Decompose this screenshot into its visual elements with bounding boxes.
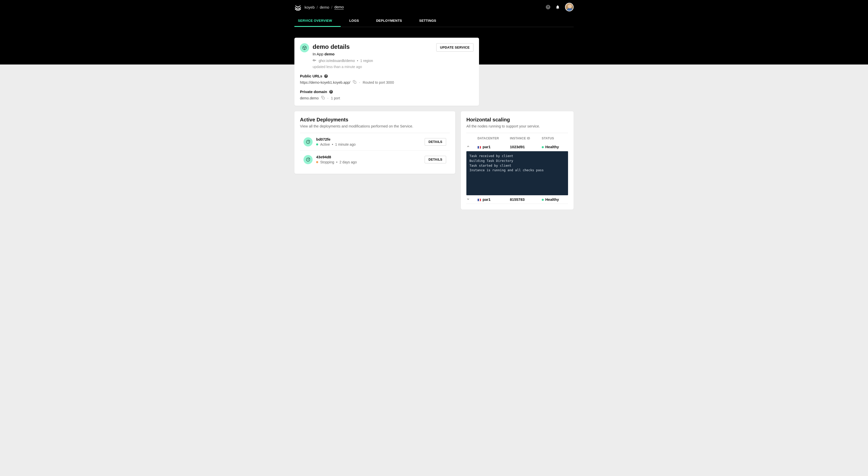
logo-icon[interactable] xyxy=(294,4,302,11)
svg-rect-3 xyxy=(313,59,314,60)
horizontal-scaling-card: Horizontal scaling All the nodes running… xyxy=(461,111,574,210)
deployment-when: 2 days ago xyxy=(339,160,357,164)
status-dot xyxy=(316,161,318,163)
deployment-status: Active xyxy=(320,142,330,147)
help-icon[interactable]: ? xyxy=(546,5,550,9)
private-domain-label: Private domain ? xyxy=(300,90,473,94)
breadcrumb-service[interactable]: demo xyxy=(334,5,344,10)
help-icon[interactable]: ? xyxy=(329,90,333,94)
svg-rect-6 xyxy=(354,82,356,84)
header: koyeb / demo / demo ? xyxy=(294,0,574,12)
breadcrumb-app[interactable]: demo xyxy=(320,5,329,9)
tabs: SERVICE OVERVIEW LOGS DEPLOYMENTS SETTIN… xyxy=(294,15,574,27)
instance-id: 8155783 xyxy=(510,197,542,201)
svg-rect-1 xyxy=(313,60,314,60)
copy-icon[interactable] xyxy=(353,80,356,85)
service-details-card: demo details In App demo ghcr.io/edouard… xyxy=(294,38,479,106)
deployment-status: Stopping xyxy=(320,160,334,164)
instance-row[interactable]: par1 1023d91 Healthy xyxy=(466,142,568,151)
instance-log-panel: Task received by client Building Task Di… xyxy=(466,151,568,195)
public-urls-label: Public URLs ? xyxy=(300,74,473,78)
deployment-id: bd072fe xyxy=(316,137,421,141)
flag-fr-icon xyxy=(477,198,481,201)
tab-deployments[interactable]: DEPLOYMENTS xyxy=(368,15,410,27)
private-domain: demo.demo xyxy=(300,96,319,100)
chevron-up-icon xyxy=(466,145,470,148)
instance-row[interactable]: par1 8155783 Healthy xyxy=(466,195,568,204)
instance-status: Healthy xyxy=(545,145,559,149)
routed-info: Routed to port 3000 xyxy=(363,81,394,85)
region-count: 1 region xyxy=(360,59,373,63)
deployment-id: 43e94d8 xyxy=(316,155,421,159)
image-ref: ghcr.io/edouardb/demo xyxy=(319,59,355,63)
docker-icon xyxy=(313,59,317,63)
scaling-sub: All the nodes running to support your se… xyxy=(466,124,568,128)
status-dot xyxy=(542,146,544,148)
tab-service-overview[interactable]: SERVICE OVERVIEW xyxy=(294,15,341,27)
flag-fr-icon xyxy=(477,146,481,149)
private-port: 1 port xyxy=(331,96,340,100)
svg-rect-7 xyxy=(322,97,324,99)
copy-icon[interactable] xyxy=(321,96,325,100)
instance-id: 1023d91 xyxy=(510,145,542,149)
datacenter: par1 xyxy=(483,145,491,149)
active-deployments-card: Active Deployments View all the deployme… xyxy=(294,111,455,174)
tab-settings[interactable]: SETTINGS xyxy=(410,15,445,27)
update-service-button[interactable]: UPDATE SERVICE xyxy=(436,43,473,52)
svg-rect-0 xyxy=(313,60,313,60)
scaling-table-header: DATACENTER INSTANCE ID STATUS xyxy=(466,133,568,142)
scaling-title: Horizontal scaling xyxy=(466,117,568,123)
status-dot xyxy=(316,144,318,146)
tab-logs[interactable]: LOGS xyxy=(341,15,368,27)
deployment-details-button[interactable]: DETAILS xyxy=(425,138,446,146)
svg-rect-5 xyxy=(315,60,315,60)
breadcrumb-org[interactable]: koyeb xyxy=(305,5,315,9)
deployment-row: bd072fe Active • 1 minute ago DETAILS xyxy=(300,133,450,151)
breadcrumb: koyeb / demo / demo xyxy=(305,5,344,10)
deployment-row: 43e94d8 Stopping • 2 days ago DETAILS xyxy=(300,151,450,168)
avatar[interactable] xyxy=(565,3,574,11)
service-icon xyxy=(300,43,309,52)
svg-rect-2 xyxy=(314,60,314,60)
page-title: demo details xyxy=(313,43,433,50)
public-url[interactable]: https://demo-koyeb1.koyeb.app/ xyxy=(300,81,350,85)
help-icon[interactable]: ? xyxy=(324,74,328,78)
deployment-details-button[interactable]: DETAILS xyxy=(425,156,446,163)
deployment-when: 1 minute ago xyxy=(335,142,355,147)
status-dot xyxy=(542,199,544,201)
deployments-title: Active Deployments xyxy=(300,117,450,123)
updated-ago: updated less than a minute ago xyxy=(313,65,433,69)
chevron-down-icon xyxy=(466,197,470,201)
deploy-icon xyxy=(304,137,313,147)
app-context: In App demo xyxy=(313,52,433,56)
datacenter: par1 xyxy=(483,197,491,201)
bell-icon[interactable] xyxy=(555,5,560,9)
instance-status: Healthy xyxy=(545,197,559,201)
deployments-sub: View all the deployments and modificatio… xyxy=(300,124,450,128)
svg-rect-4 xyxy=(314,59,314,60)
deploy-icon xyxy=(304,155,313,164)
